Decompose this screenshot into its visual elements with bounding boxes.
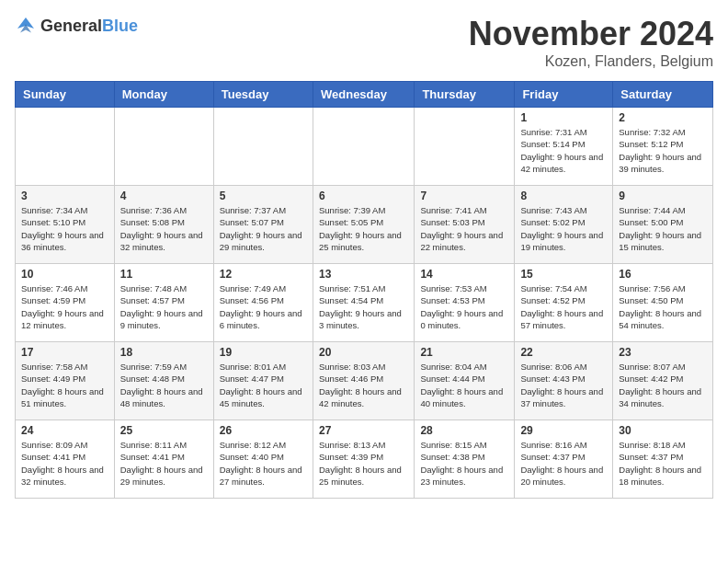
day-number: 2	[619, 111, 707, 124]
day-cell: 1Sunrise: 7:31 AM Sunset: 5:14 PM Daylig…	[515, 108, 613, 186]
location-subtitle: Kozen, Flanders, Belgium	[469, 53, 713, 70]
day-number: 15	[520, 268, 607, 281]
day-cell	[16, 108, 115, 186]
day-info: Sunrise: 7:56 AM Sunset: 4:50 PM Dayligh…	[619, 282, 707, 331]
day-number: 10	[21, 268, 108, 281]
day-number: 25	[120, 424, 208, 437]
week-row-2: 3Sunrise: 7:34 AM Sunset: 5:10 PM Daylig…	[16, 186, 713, 264]
day-cell: 8Sunrise: 7:43 AM Sunset: 5:02 PM Daylig…	[515, 186, 613, 264]
day-number: 9	[619, 190, 707, 202]
day-cell	[114, 108, 213, 186]
day-info: Sunrise: 8:16 AM Sunset: 4:37 PM Dayligh…	[520, 439, 607, 488]
day-cell: 21Sunrise: 8:04 AM Sunset: 4:44 PM Dayli…	[415, 342, 515, 420]
day-number: 4	[120, 190, 208, 202]
day-cell: 22Sunrise: 8:06 AM Sunset: 4:43 PM Dayli…	[515, 342, 613, 420]
day-cell: 10Sunrise: 7:46 AM Sunset: 4:59 PM Dayli…	[16, 264, 115, 342]
day-number: 11	[120, 268, 208, 281]
month-title: November 2024	[469, 15, 713, 53]
day-info: Sunrise: 7:54 AM Sunset: 4:52 PM Dayligh…	[520, 282, 607, 331]
day-number: 12	[220, 268, 307, 281]
day-number: 24	[21, 424, 108, 437]
day-info: Sunrise: 8:07 AM Sunset: 4:42 PM Dayligh…	[619, 361, 707, 409]
day-number: 23	[619, 346, 707, 359]
day-number: 8	[520, 190, 607, 202]
logo-icon	[15, 15, 37, 37]
day-cell: 15Sunrise: 7:54 AM Sunset: 4:52 PM Dayli…	[515, 264, 613, 342]
day-info: Sunrise: 8:18 AM Sunset: 4:37 PM Dayligh…	[619, 439, 707, 488]
day-info: Sunrise: 7:41 AM Sunset: 5:03 PM Dayligh…	[420, 204, 508, 253]
header-wednesday: Wednesday	[313, 82, 414, 108]
day-info: Sunrise: 7:44 AM Sunset: 5:00 PM Dayligh…	[619, 204, 707, 253]
day-cell: 6Sunrise: 7:39 AM Sunset: 5:05 PM Daylig…	[313, 186, 414, 264]
day-cell: 14Sunrise: 7:53 AM Sunset: 4:53 PM Dayli…	[415, 264, 515, 342]
day-cell: 16Sunrise: 7:56 AM Sunset: 4:50 PM Dayli…	[613, 264, 713, 342]
day-cell: 20Sunrise: 8:03 AM Sunset: 4:46 PM Dayli…	[313, 342, 414, 420]
day-info: Sunrise: 8:15 AM Sunset: 4:38 PM Dayligh…	[420, 439, 508, 488]
day-info: Sunrise: 8:13 AM Sunset: 4:39 PM Dayligh…	[319, 439, 408, 488]
day-cell: 7Sunrise: 7:41 AM Sunset: 5:03 PM Daylig…	[415, 186, 515, 264]
day-info: Sunrise: 8:11 AM Sunset: 4:41 PM Dayligh…	[120, 439, 208, 488]
day-info: Sunrise: 7:32 AM Sunset: 5:12 PM Dayligh…	[619, 126, 707, 175]
day-cell: 28Sunrise: 8:15 AM Sunset: 4:38 PM Dayli…	[415, 420, 515, 499]
day-cell: 27Sunrise: 8:13 AM Sunset: 4:39 PM Dayli…	[313, 420, 414, 499]
day-cell	[313, 108, 414, 186]
day-info: Sunrise: 7:53 AM Sunset: 4:53 PM Dayligh…	[420, 282, 508, 331]
day-cell: 29Sunrise: 8:16 AM Sunset: 4:37 PM Dayli…	[515, 420, 613, 499]
day-cell: 24Sunrise: 8:09 AM Sunset: 4:41 PM Dayli…	[16, 420, 115, 499]
day-number: 18	[120, 346, 208, 359]
day-number: 6	[319, 190, 408, 202]
logo-text-general: General	[40, 17, 102, 35]
day-number: 16	[619, 268, 707, 281]
day-cell	[415, 108, 515, 186]
day-cell: 17Sunrise: 7:58 AM Sunset: 4:49 PM Dayli…	[16, 342, 115, 420]
day-cell: 30Sunrise: 8:18 AM Sunset: 4:37 PM Dayli…	[613, 420, 713, 499]
day-number: 7	[420, 190, 508, 202]
day-number: 5	[220, 190, 307, 202]
day-cell: 11Sunrise: 7:48 AM Sunset: 4:57 PM Dayli…	[114, 264, 213, 342]
day-number: 14	[420, 268, 508, 281]
day-info: Sunrise: 7:48 AM Sunset: 4:57 PM Dayligh…	[120, 282, 208, 331]
day-cell: 26Sunrise: 8:12 AM Sunset: 4:40 PM Dayli…	[213, 420, 313, 499]
week-row-1: 1Sunrise: 7:31 AM Sunset: 5:14 PM Daylig…	[16, 108, 713, 186]
day-info: Sunrise: 7:31 AM Sunset: 5:14 PM Dayligh…	[520, 126, 607, 175]
day-number: 13	[319, 268, 408, 281]
day-number: 22	[520, 346, 607, 359]
header-thursday: Thursday	[415, 82, 515, 108]
day-cell: 2Sunrise: 7:32 AM Sunset: 5:12 PM Daylig…	[613, 108, 713, 186]
day-info: Sunrise: 8:06 AM Sunset: 4:43 PM Dayligh…	[520, 361, 607, 409]
day-number: 28	[420, 424, 508, 437]
day-info: Sunrise: 7:43 AM Sunset: 5:02 PM Dayligh…	[520, 204, 607, 253]
page-header: GeneralBlue November 2024 Kozen, Flander…	[15, 15, 713, 70]
day-cell: 5Sunrise: 7:37 AM Sunset: 5:07 PM Daylig…	[213, 186, 313, 264]
day-cell: 3Sunrise: 7:34 AM Sunset: 5:10 PM Daylig…	[16, 186, 115, 264]
title-section: November 2024 Kozen, Flanders, Belgium	[469, 15, 713, 70]
logo-text-blue: Blue	[102, 17, 138, 35]
day-number: 20	[319, 346, 408, 359]
day-info: Sunrise: 7:39 AM Sunset: 5:05 PM Dayligh…	[319, 204, 408, 253]
day-number: 30	[619, 424, 707, 437]
day-info: Sunrise: 7:51 AM Sunset: 4:54 PM Dayligh…	[319, 282, 408, 331]
day-info: Sunrise: 7:59 AM Sunset: 4:48 PM Dayligh…	[120, 361, 208, 409]
day-number: 27	[319, 424, 408, 437]
day-cell: 25Sunrise: 8:11 AM Sunset: 4:41 PM Dayli…	[114, 420, 213, 499]
day-cell: 18Sunrise: 7:59 AM Sunset: 4:48 PM Dayli…	[114, 342, 213, 420]
day-info: Sunrise: 7:46 AM Sunset: 4:59 PM Dayligh…	[21, 282, 108, 331]
day-number: 29	[520, 424, 607, 437]
day-cell: 9Sunrise: 7:44 AM Sunset: 5:00 PM Daylig…	[613, 186, 713, 264]
week-row-5: 24Sunrise: 8:09 AM Sunset: 4:41 PM Dayli…	[16, 420, 713, 499]
day-cell: 19Sunrise: 8:01 AM Sunset: 4:47 PM Dayli…	[213, 342, 313, 420]
day-number: 21	[420, 346, 508, 359]
day-cell: 4Sunrise: 7:36 AM Sunset: 5:08 PM Daylig…	[114, 186, 213, 264]
week-row-3: 10Sunrise: 7:46 AM Sunset: 4:59 PM Dayli…	[16, 264, 713, 342]
day-number: 19	[220, 346, 307, 359]
day-info: Sunrise: 7:37 AM Sunset: 5:07 PM Dayligh…	[220, 204, 307, 253]
day-info: Sunrise: 7:36 AM Sunset: 5:08 PM Dayligh…	[120, 204, 208, 253]
day-info: Sunrise: 8:09 AM Sunset: 4:41 PM Dayligh…	[21, 439, 108, 488]
day-info: Sunrise: 7:58 AM Sunset: 4:49 PM Dayligh…	[21, 361, 108, 409]
logo: GeneralBlue	[15, 15, 138, 37]
week-row-4: 17Sunrise: 7:58 AM Sunset: 4:49 PM Dayli…	[16, 342, 713, 420]
day-cell: 13Sunrise: 7:51 AM Sunset: 4:54 PM Dayli…	[313, 264, 414, 342]
header-sunday: Sunday	[16, 82, 115, 108]
day-number: 3	[21, 190, 108, 202]
day-number: 17	[21, 346, 108, 359]
